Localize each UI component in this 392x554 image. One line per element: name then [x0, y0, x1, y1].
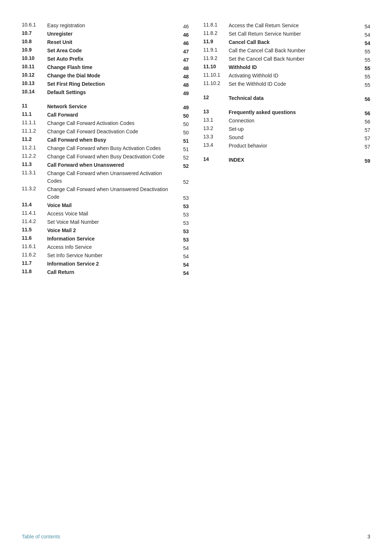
page: 10.6.1Easy registration4610.7Unregister4… [0, 0, 392, 554]
list-item: 11.8.1Access the Call Return Service54 [203, 22, 370, 29]
toc-label: Information Service [47, 235, 179, 243]
toc-page: 46 [179, 40, 189, 46]
toc-label: Call Forward when Busy [47, 136, 179, 144]
toc-page: 55 [360, 57, 370, 63]
toc-page: 52 [179, 179, 189, 185]
toc-number: 11.1.1 [22, 120, 47, 125]
toc-number: 13.3 [203, 134, 229, 139]
toc-page: 55 [360, 82, 370, 88]
list-item: 13.1Connection56 [203, 117, 370, 125]
list-item: 13.4Product behavior57 [203, 142, 370, 150]
toc-number: 11.10.2 [203, 80, 229, 86]
list-item: 11.3.1Change Call Forward when Unanswere… [22, 170, 189, 185]
list-item: 10.7Unregister46 [22, 30, 189, 38]
list-item: 10.6.1Easy registration46 [22, 22, 189, 29]
toc-label: Change Call Forward when Busy Deactivati… [47, 153, 179, 161]
toc-label: INDEX [229, 156, 360, 164]
toc-page: 54 [360, 32, 370, 38]
toc-page: 52 [179, 163, 189, 169]
list-item: 11.4.2Set Voice Mail Number53 [22, 218, 189, 226]
toc-page: 54 [179, 245, 189, 251]
list-item: 11.2Call Forward when Busy51 [22, 136, 189, 144]
toc-number: 10.10 [22, 55, 47, 61]
list-item: 10.11Change Flash time48 [22, 64, 189, 71]
list-item: 11.4Voice Mail53 [22, 202, 189, 209]
toc-number: 10.12 [22, 72, 47, 78]
toc-label: Reset Unit [47, 39, 179, 46]
toc-page: 57 [360, 136, 370, 141]
toc-number: 10.9 [22, 47, 47, 53]
toc-label: Technical data [229, 94, 360, 102]
spacer [203, 89, 370, 94]
list-item: 11.9.1Call the Cancel Call Back Number55 [203, 47, 370, 54]
list-item: 10.14Default Settings49 [22, 89, 189, 96]
toc-number: 10.11 [22, 64, 47, 69]
toc-label: Information Service 2 [47, 260, 179, 268]
toc-page: 48 [179, 82, 189, 88]
list-item: 11.9.2Set the Cancel Call Back Number55 [203, 55, 370, 63]
toc-label: Set Area Code [47, 47, 179, 54]
toc-page: 54 [179, 270, 189, 276]
toc-number: 11.9.2 [203, 55, 229, 61]
list-item: 11.5Voice Mail 253 [22, 227, 189, 234]
toc-page: 46 [179, 32, 189, 38]
toc-number: 11.3.2 [22, 186, 47, 191]
toc-label: Change Call Forward when Unanswered Deac… [47, 186, 179, 201]
toc-number: 11.6.2 [22, 252, 47, 258]
list-item: 11.4.1Access Voice Mail53 [22, 210, 189, 218]
list-item: 10.13Set First Ring Detection48 [22, 80, 189, 88]
list-item: 11.6Information Service53 [22, 235, 189, 243]
toc-label: Connection [229, 117, 360, 125]
toc-page: 54 [360, 40, 370, 46]
toc-number: 11.1 [22, 111, 47, 117]
toc-page: 51 [179, 138, 189, 144]
toc-number: 11.1.2 [22, 128, 47, 134]
toc-label: Set First Ring Detection [47, 80, 179, 88]
toc-number: 13 [203, 109, 229, 114]
list-item: 11.8.2Set Call Return Service Number54 [203, 30, 370, 38]
toc-number: 11.8.2 [203, 30, 229, 36]
toc-page: 50 [179, 130, 189, 136]
toc-number: 11.4.1 [22, 210, 47, 216]
list-item: 10.8Reset Unit46 [22, 39, 189, 46]
toc-page: 46 [179, 24, 189, 29]
list-item: 11.10.1Activating Withhold ID55 [203, 72, 370, 80]
list-item: 11.3.2Change Call Forward when Unanswere… [22, 186, 189, 201]
toc-number: 11.10.1 [203, 72, 229, 78]
toc-label: Set-up [229, 125, 360, 133]
toc-page: 53 [179, 229, 189, 234]
toc-number: 11.10 [203, 64, 229, 69]
list-item: 10.12Change the Dial Mode48 [22, 72, 189, 80]
toc-page: 56 [360, 110, 370, 116]
toc-page: 48 [179, 74, 189, 80]
toc-page: 55 [360, 49, 370, 54]
footer-page-number: 3 [367, 534, 370, 539]
toc-column-left: 10.6.1Easy registration4610.7Unregister4… [22, 22, 189, 277]
toc-number: 11.9 [203, 39, 229, 44]
toc-label: Change Call Forward Deactivation Code [47, 128, 179, 136]
toc-page: 56 [360, 96, 370, 102]
toc-label: Withhold ID [229, 64, 360, 71]
toc-page: 47 [179, 57, 189, 63]
toc-label: Voice Mail [47, 202, 179, 209]
toc-number: 11.5 [22, 227, 47, 232]
toc-page: 54 [179, 262, 189, 268]
toc-number: 11.6 [22, 235, 47, 241]
toc-page: 50 [179, 121, 189, 127]
toc-number: 13.4 [203, 142, 229, 148]
toc-label: Change the Dial Mode [47, 72, 179, 80]
list-item: 11.1.2Change Call Forward Deactivation C… [22, 128, 189, 136]
list-item: 11.7Information Service 254 [22, 260, 189, 268]
footer-toc-label: Table of contents [22, 534, 60, 539]
toc-label: Set Info Service Number [47, 252, 179, 259]
toc-page: 57 [360, 144, 370, 150]
list-item: 11.6.2Set Info Service Number54 [22, 252, 189, 259]
toc-label: Sound [229, 134, 360, 141]
toc-number: 10.13 [22, 80, 47, 86]
list-item: 11.6.1Access Info Service54 [22, 243, 189, 251]
toc-page: 53 [179, 237, 189, 243]
toc-label: Cancel Call Back [229, 39, 360, 46]
toc-page: 53 [179, 212, 189, 218]
toc-number: 11 [22, 103, 47, 109]
toc-number: 14 [203, 156, 229, 162]
